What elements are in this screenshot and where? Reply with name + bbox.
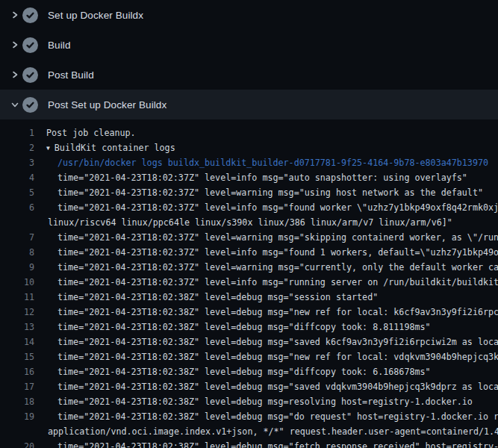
line-number[interactable]: 13	[0, 320, 34, 335]
log-row: 17time="2021-04-23T18:02:38Z" level=debu…	[0, 379, 498, 394]
log-text: time="2021-04-23T18:02:38Z" level=debug …	[57, 411, 498, 422]
line-number[interactable]: 20	[0, 439, 34, 448]
line-number	[0, 424, 34, 439]
log-row: 7time="2021-04-23T18:02:37Z" level=warni…	[0, 230, 498, 245]
log-row: 11time="2021-04-23T18:02:38Z" level=debu…	[0, 290, 498, 305]
log-line-content: time="2021-04-23T18:02:38Z" level=debug …	[34, 349, 498, 364]
line-number[interactable]: 8	[0, 245, 34, 260]
step-row-post-build[interactable]: Post Build	[0, 60, 498, 90]
log-text: linux/riscv64 linux/ppc64le linux/s390x …	[48, 217, 452, 228]
line-number[interactable]: 12	[0, 305, 34, 320]
log-text: time="2021-04-23T18:02:38Z" level=debug …	[57, 292, 378, 302]
chevron-right-icon[interactable]	[9, 39, 21, 51]
line-number[interactable]: 17	[0, 379, 34, 394]
log-text: time="2021-04-23T18:02:38Z" level=debug …	[57, 441, 498, 448]
log-text: time="2021-04-23T18:02:37Z" level=info m…	[57, 202, 498, 213]
log-line-content: time="2021-04-23T18:02:38Z" level=debug …	[34, 409, 498, 424]
chevron-down-icon[interactable]	[9, 99, 21, 111]
log-line-content: /usr/bin/docker logs buildx_buildkit_bui…	[34, 155, 488, 170]
log-text: time="2021-04-23T18:02:38Z" level=debug …	[57, 382, 498, 392]
line-number[interactable]: 16	[0, 364, 34, 379]
log-line-content: time="2021-04-23T18:02:38Z" level=debug …	[34, 305, 498, 320]
log-line-content: time="2021-04-23T18:02:38Z" level=debug …	[34, 335, 498, 349]
line-number[interactable]: 3	[0, 155, 34, 170]
log-text: time="2021-04-23T18:02:38Z" level=debug …	[57, 337, 498, 347]
log-row: 2▼BuildKit container logs	[0, 140, 498, 155]
log-area: 1Post job cleanup.2▼BuildKit container l…	[0, 119, 498, 448]
line-number[interactable]: 14	[0, 335, 34, 349]
log-line-content: ▼BuildKit container logs	[34, 140, 175, 155]
line-number[interactable]: 18	[0, 394, 34, 409]
log-text: application/vnd.oci.image.index.v1+json,…	[48, 426, 498, 437]
step-label: Post Set up Docker Buildx	[48, 99, 166, 111]
log-text: time="2021-04-23T18:02:38Z" level=debug …	[57, 352, 498, 362]
collapse-triangle-icon[interactable]: ▼	[46, 141, 50, 155]
log-row: 19time="2021-04-23T18:02:38Z" level=debu…	[0, 409, 498, 424]
line-number[interactable]: 11	[0, 290, 34, 305]
log-row: 1Post job cleanup.	[0, 125, 498, 140]
check-circle-icon	[22, 7, 38, 23]
log-line-content: time="2021-04-23T18:02:38Z" level=debug …	[34, 439, 498, 448]
step-label: Set up Docker Buildx	[48, 10, 143, 21]
log-line-content: time="2021-04-23T18:02:37Z" level=info m…	[34, 275, 498, 290]
log-row: 18time="2021-04-23T18:02:38Z" level=debu…	[0, 394, 498, 409]
log-text: time="2021-04-23T18:02:38Z" level=debug …	[57, 367, 431, 377]
line-number[interactable]: 15	[0, 349, 34, 364]
log-row: 3/usr/bin/docker logs buildx_buildkit_bu…	[0, 155, 498, 170]
log-row: linux/riscv64 linux/ppc64le linux/s390x …	[0, 215, 498, 230]
log-line-content: time="2021-04-23T18:02:38Z" level=debug …	[34, 290, 378, 305]
line-number[interactable]: 7	[0, 230, 34, 245]
line-number[interactable]: 2	[0, 140, 34, 155]
check-circle-icon	[22, 37, 38, 53]
log-text: Post job cleanup.	[46, 128, 136, 138]
log-line-content: time="2021-04-23T18:02:37Z" level=warnin…	[34, 230, 498, 245]
log-row: 20time="2021-04-23T18:02:38Z" level=debu…	[0, 439, 498, 448]
log-row: 5time="2021-04-23T18:02:37Z" level=warni…	[0, 185, 498, 200]
line-number	[0, 215, 34, 230]
log-text: BuildKit container logs	[55, 143, 175, 153]
log-row: 15time="2021-04-23T18:02:38Z" level=debu…	[0, 349, 498, 364]
check-circle-icon	[22, 97, 38, 113]
check-circle-icon	[22, 67, 38, 83]
line-number[interactable]: 6	[0, 200, 34, 215]
line-number[interactable]: 19	[0, 409, 34, 424]
log-row: 9time="2021-04-23T18:02:37Z" level=warni…	[0, 260, 498, 275]
log-text: time="2021-04-23T18:02:37Z" level=warnin…	[57, 262, 498, 273]
log-text: time="2021-04-23T18:02:37Z" level=info m…	[57, 172, 467, 183]
log-text: time="2021-04-23T18:02:38Z" level=debug …	[57, 396, 473, 407]
log-line-content: time="2021-04-23T18:02:38Z" level=debug …	[34, 379, 498, 394]
line-number[interactable]: 4	[0, 170, 34, 185]
log-text: time="2021-04-23T18:02:37Z" level=warnin…	[57, 232, 498, 243]
log-row: 8time="2021-04-23T18:02:37Z" level=info …	[0, 245, 498, 260]
log-row: 14time="2021-04-23T18:02:38Z" level=debu…	[0, 335, 498, 349]
log-row: 12time="2021-04-23T18:02:38Z" level=debu…	[0, 305, 498, 320]
log-line-content: time="2021-04-23T18:02:37Z" level=warnin…	[34, 185, 483, 200]
line-number[interactable]: 10	[0, 275, 34, 290]
step-row-set-up-docker-buildx[interactable]: Set up Docker Buildx	[0, 0, 498, 30]
log-line-content: time="2021-04-23T18:02:38Z" level=debug …	[34, 320, 431, 335]
log-text: time="2021-04-23T18:02:38Z" level=debug …	[57, 307, 498, 317]
log-line-content: application/vnd.oci.image.index.v1+json,…	[34, 424, 498, 439]
log-text: time="2021-04-23T18:02:37Z" level=warnin…	[57, 187, 483, 198]
step-label: Build	[48, 40, 71, 51]
log-text: time="2021-04-23T18:02:38Z" level=debug …	[57, 322, 431, 332]
log-row: 13time="2021-04-23T18:02:38Z" level=debu…	[0, 320, 498, 335]
step-label: Post Build	[48, 69, 94, 81]
log-line-content: time="2021-04-23T18:02:37Z" level=info m…	[34, 245, 498, 260]
log-text: time="2021-04-23T18:02:37Z" level=info m…	[57, 277, 498, 287]
log-row: 16time="2021-04-23T18:02:38Z" level=debu…	[0, 364, 498, 379]
log-row: 6time="2021-04-23T18:02:37Z" level=info …	[0, 200, 498, 215]
step-list: Set up Docker BuildxBuildPost BuildPost …	[0, 0, 498, 119]
log-row: 4time="2021-04-23T18:02:37Z" level=info …	[0, 170, 498, 185]
chevron-right-icon[interactable]	[9, 9, 21, 21]
step-row-build[interactable]: Build	[0, 30, 498, 60]
chevron-right-icon[interactable]	[9, 69, 21, 81]
log-line-content: time="2021-04-23T18:02:38Z" level=debug …	[34, 394, 473, 409]
actions-log-viewer: Set up Docker BuildxBuildPost BuildPost …	[0, 0, 498, 448]
line-number[interactable]: 5	[0, 185, 34, 200]
log-line-content: Post job cleanup.	[34, 125, 136, 140]
line-number[interactable]: 9	[0, 260, 34, 275]
step-row-post-set-up-docker-buildx[interactable]: Post Set up Docker Buildx	[0, 90, 498, 119]
line-number[interactable]: 1	[0, 125, 34, 140]
log-line-content: time="2021-04-23T18:02:38Z" level=debug …	[34, 364, 431, 379]
